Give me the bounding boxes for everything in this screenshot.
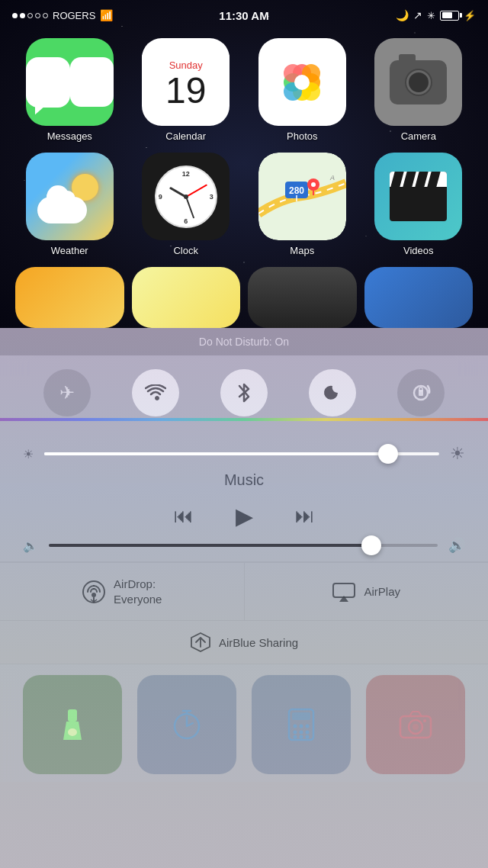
rainbow-band: [0, 418, 488, 421]
volume-high-icon: 🔊: [448, 537, 465, 554]
partial-app-3: [248, 267, 357, 328]
status-bar: ROGERS 📶 11:30 AM 🌙 ↗ ✳ ⚡: [0, 0, 488, 31]
svg-point-45: [423, 719, 426, 722]
clock-center-dot: [184, 194, 188, 199]
clock-6: 6: [184, 217, 188, 225]
camera-shortcut-button[interactable]: [366, 675, 465, 774]
carrier-name: ROGERS: [53, 10, 95, 21]
wifi-icon: [145, 384, 166, 401]
moon-icon: 🌙: [396, 9, 409, 21]
camera-shortcut-icon: [399, 710, 432, 739]
battery-fill: [442, 12, 452, 18]
brightness-fill: [44, 452, 380, 455]
app-icon-calendar: Sunday 19: [142, 38, 230, 126]
dnd-text: Do Not Disturb: On: [199, 336, 289, 348]
wifi-toggle[interactable]: [132, 369, 179, 416]
app-grid-row2: Weather 12 3 6 9 Clock: [0, 153, 488, 256]
clock-12: 12: [182, 170, 190, 178]
tools-row: [0, 664, 488, 782]
volume-slider[interactable]: [49, 544, 438, 547]
maps-graphic: 280 A: [258, 153, 346, 240]
svg-point-40: [300, 735, 303, 739]
signal-dot-1: [12, 13, 18, 18]
airdrop-button[interactable]: AirDrop:Everyone: [0, 563, 244, 620]
app-weather[interactable]: Weather: [15, 153, 124, 256]
partial-app-row: [0, 267, 488, 328]
clock-display: 11:30 AM: [219, 9, 268, 22]
calculator-button[interactable]: [252, 675, 351, 774]
app-icon-videos: [374, 153, 462, 240]
camera-lens: [406, 70, 431, 95]
weather-cloud: [37, 197, 87, 223]
svg-rect-20: [333, 583, 355, 597]
clap-stripe-3: [416, 172, 429, 187]
svg-point-35: [306, 725, 310, 728]
rotation-lock-icon: [410, 382, 432, 403]
bluetooth-toggle[interactable]: [220, 369, 268, 416]
bluetooth-status-icon: ✳: [427, 10, 435, 21]
control-center: Do Not Disturb: On ✈: [0, 328, 488, 868]
airplane-icon: ✈: [59, 382, 75, 403]
bluetooth-icon: [236, 381, 252, 404]
app-icon-messages: [26, 38, 114, 126]
calculator-icon: [286, 708, 316, 741]
app-label-weather: Weather: [51, 245, 88, 256]
fast-forward-button[interactable]: ⏭: [295, 504, 315, 528]
airplay-button[interactable]: AirPlay: [244, 563, 489, 620]
volume-low-icon: 🔈: [23, 538, 38, 553]
clap-stripe-1: [391, 172, 404, 187]
status-right: 🌙 ↗ ✳ ⚡: [396, 9, 476, 21]
airplay-icon: [332, 582, 356, 602]
signal-strength: [12, 13, 48, 18]
app-icon-weather: [26, 153, 114, 240]
playback-controls: ⏮ ▶ ⏭: [0, 492, 488, 537]
status-left: ROGERS 📶: [12, 9, 113, 21]
app-label-messages: Messages: [47, 130, 92, 142]
clap-stripe-2: [403, 172, 416, 187]
photos-pinwheel: [271, 52, 332, 113]
airdrop-icon: [82, 580, 106, 604]
music-label: Music: [0, 471, 488, 489]
airblue-label: AirBlue Sharing: [219, 636, 298, 649]
timer-button[interactable]: [137, 675, 236, 774]
svg-rect-23: [68, 709, 77, 722]
app-icon-camera: [374, 38, 462, 126]
app-messages[interactable]: Messages: [15, 38, 124, 142]
app-label-photos: Photos: [287, 130, 317, 142]
rotation-lock-toggle[interactable]: [397, 369, 445, 416]
volume-thumb[interactable]: [361, 535, 381, 555]
app-photos[interactable]: Photos: [248, 38, 357, 142]
svg-point-39: [294, 735, 297, 739]
app-calendar[interactable]: Sunday 19 Calendar: [132, 38, 241, 142]
camera-body: [390, 60, 447, 104]
app-videos[interactable]: Videos: [364, 153, 474, 256]
flashlight-button[interactable]: [23, 675, 122, 774]
signal-dot-4: [35, 13, 40, 18]
brightness-low-icon: ☀: [23, 447, 34, 461]
app-camera[interactable]: Camera: [364, 38, 474, 142]
brightness-slider[interactable]: [44, 452, 439, 455]
airblue-row[interactable]: AirBlue Sharing: [0, 620, 488, 664]
moon-toggle-icon: [323, 383, 342, 403]
clock-9: 9: [159, 193, 162, 201]
clapboard-graphic: [390, 172, 447, 221]
calendar-day: Sunday: [142, 55, 230, 71]
app-label-calendar: Calendar: [165, 130, 206, 142]
volume-fill: [49, 544, 371, 547]
airdrop-label: AirDrop:Everyone: [114, 577, 162, 606]
dnd-toggle[interactable]: [309, 369, 356, 416]
brightness-thumb[interactable]: [378, 444, 398, 464]
app-icon-photos: [258, 38, 346, 126]
sharing-row: AirDrop:Everyone AirPlay: [0, 562, 488, 620]
app-clock[interactable]: 12 3 6 9 Clock: [132, 153, 241, 256]
weather-graphic: [37, 170, 102, 223]
app-label-videos: Videos: [403, 245, 434, 256]
clock-minute-hand: [185, 196, 194, 218]
partial-app-2: [132, 267, 241, 328]
rewind-button[interactable]: ⏮: [174, 504, 194, 528]
airplane-mode-toggle[interactable]: ✈: [43, 369, 91, 416]
app-maps[interactable]: 280 A Maps: [248, 153, 357, 256]
play-button[interactable]: ▶: [236, 503, 253, 529]
partial-app-4: [364, 267, 474, 328]
svg-point-33: [294, 725, 297, 728]
